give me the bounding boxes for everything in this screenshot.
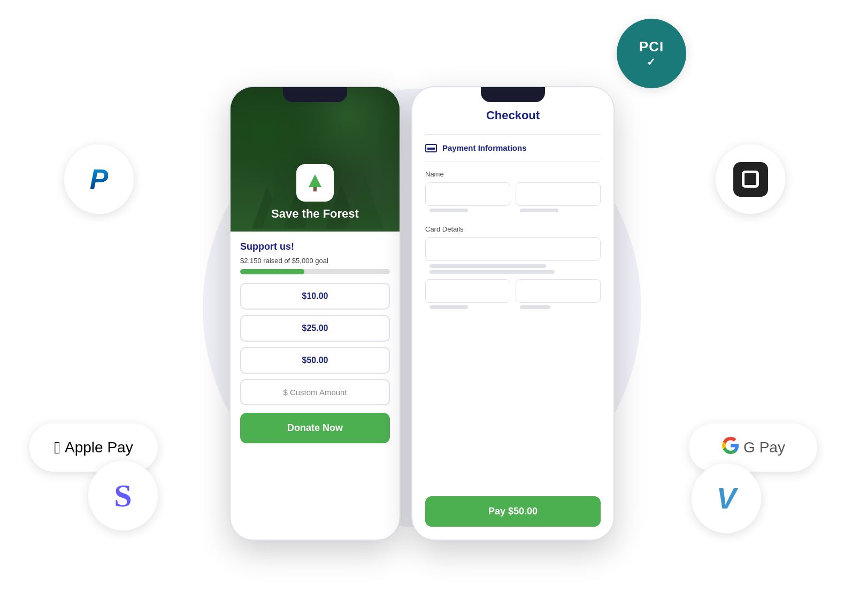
card-details-section: Card Details: [425, 225, 601, 311]
tree-app-icon: [304, 172, 326, 194]
expiry-input[interactable]: [425, 279, 510, 303]
stripe-badge: S: [88, 461, 158, 530]
cvv-placeholder: [520, 305, 550, 309]
name-label: Name: [425, 170, 601, 178]
custom-amount-field[interactable]: $ Custom Amount: [240, 379, 390, 405]
amount-btn-25[interactable]: $25.00: [240, 315, 390, 342]
save-forest-title: Save the Forest: [271, 207, 359, 221]
app-icon: [296, 164, 334, 202]
card-number-placeholder-2: [429, 270, 555, 274]
phone-notch-left: [283, 87, 347, 102]
payment-info-label: Payment Informations: [442, 143, 527, 152]
venmo-badge: V: [692, 464, 761, 533]
pay-button[interactable]: Pay $50.00: [425, 496, 601, 527]
raised-text: $2,150 raised of $5,000 goal: [240, 257, 390, 265]
phone-left-body: Support us! $2,150 raised of $5,000 goal…: [231, 232, 400, 453]
phone-left-header: Save the Forest: [231, 87, 400, 232]
card-icon: [425, 144, 437, 152]
applepay-label: Apple Pay: [65, 439, 133, 456]
first-name-placeholder: [429, 209, 468, 212]
last-name-input[interactable]: [516, 182, 601, 206]
expiry-placeholder: [429, 305, 468, 309]
paypal-badge: P: [64, 144, 134, 214]
pci-content: PCI ✓: [639, 38, 664, 68]
card-expiry-cvv-row: [425, 279, 601, 311]
card-number-input[interactable]: [425, 237, 601, 261]
amount-btn-50[interactable]: $50.00: [240, 347, 390, 374]
payment-info-header: Payment Informations: [425, 143, 601, 152]
checkout-title: Checkout: [425, 109, 601, 122]
gpay-content: G Pay: [721, 436, 785, 460]
progress-bar-fill: [240, 269, 304, 274]
last-name-placeholder: [520, 209, 558, 212]
pci-badge: PCI ✓: [617, 19, 686, 88]
applepay-content:  Apple Pay: [54, 438, 133, 458]
square-badge: [716, 144, 785, 214]
amount-btn-10[interactable]: $10.00: [240, 283, 390, 310]
stripe-icon: S: [114, 478, 132, 514]
support-title: Support us!: [240, 241, 390, 252]
divider-2: [425, 161, 601, 161]
card-number-placeholder: [429, 264, 546, 268]
apple-icon: : [54, 438, 60, 458]
svg-rect-7: [313, 187, 317, 191]
name-fields-row: [425, 182, 601, 214]
phones-container: Save the Forest Support us! $2,150 raise…: [229, 54, 615, 562]
square-inner-icon: [742, 171, 759, 188]
pci-label: PCI: [639, 38, 664, 55]
custom-amount-placeholder: $ Custom Amount: [283, 388, 347, 397]
card-details-label: Card Details: [425, 225, 601, 233]
expiry-field: [425, 279, 510, 311]
divider-1: [425, 134, 601, 135]
donation-phone: Save the Forest Support us! $2,150 raise…: [229, 86, 401, 541]
last-name-field: [516, 182, 601, 214]
svg-marker-6: [309, 174, 321, 187]
donate-now-button[interactable]: Donate Now: [240, 413, 390, 443]
google-g-icon: [721, 436, 740, 460]
pci-exclaim: ✓: [639, 56, 664, 68]
checkout-phone: Checkout Payment Informations Name: [411, 86, 615, 541]
phone-right-body: Checkout Payment Informations Name: [412, 87, 613, 540]
square-icon: [733, 162, 768, 197]
phone-notch-right: [481, 87, 545, 102]
gpay-badge: G Pay: [689, 424, 817, 472]
cvv-field: [516, 279, 601, 311]
paypal-icon: P: [90, 163, 109, 195]
gpay-label: G Pay: [743, 439, 785, 456]
progress-bar-background: [240, 269, 390, 274]
cvv-input[interactable]: [516, 279, 601, 303]
venmo-icon: V: [717, 481, 736, 515]
first-name-input[interactable]: [425, 182, 510, 206]
scene: P  Apple Pay S G Pay: [0, 0, 844, 616]
first-name-field: [425, 182, 510, 214]
